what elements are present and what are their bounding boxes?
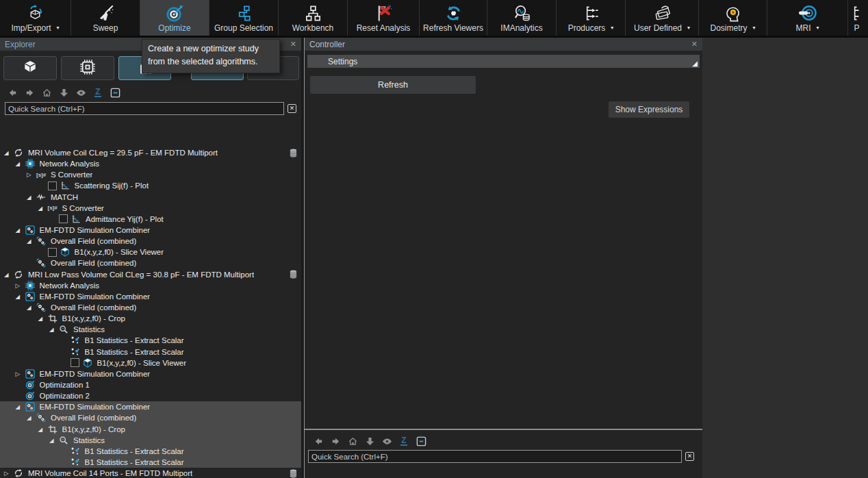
toolbar-item-p[interactable]: P bbox=[848, 0, 868, 36]
expander-icon[interactable]: ▷ bbox=[16, 282, 25, 289]
tree-item[interactable]: ◢Statistics bbox=[0, 435, 301, 446]
expander-icon[interactable]: ▷ bbox=[16, 370, 25, 377]
tree-item[interactable]: Optimization 1 bbox=[0, 379, 301, 390]
expander-icon[interactable]: ◢ bbox=[16, 293, 25, 300]
nav-sort-z-icon[interactable]: Z bbox=[398, 436, 409, 446]
tree-item[interactable]: Optimization 2 bbox=[0, 390, 301, 401]
expander-icon[interactable]: ◢ bbox=[16, 227, 25, 234]
toolbar-item-group-selection[interactable]: Group Selection bbox=[209, 0, 279, 36]
tree-item[interactable]: ◢Overall Field (combined) bbox=[0, 302, 301, 313]
tree-item[interactable]: B1 Statistics - Extract Scalar bbox=[0, 347, 301, 357]
toolbar-item-mri[interactable]: MRI▾ bbox=[767, 0, 848, 36]
tree-item[interactable]: ◢Overall Field (combined) bbox=[0, 412, 301, 423]
explorer-search-input[interactable] bbox=[5, 102, 284, 115]
nav-back-icon[interactable] bbox=[313, 436, 324, 446]
expander-icon[interactable]: ◢ bbox=[16, 403, 25, 410]
tree-item[interactable]: Admittance Yij(f) - Plot bbox=[0, 214, 301, 225]
user-defined-stack-icon bbox=[653, 3, 672, 24]
tree-item[interactable]: ◢B1(x,y,z,f0) - Crop bbox=[0, 313, 301, 324]
toolbar-item-imanalytics[interactable]: IMAnalytics bbox=[487, 0, 557, 36]
tree-item[interactable]: ▷[s]#S Converter bbox=[0, 169, 301, 180]
expander-icon[interactable]: ◢ bbox=[4, 149, 14, 156]
expander-icon[interactable]: ◢ bbox=[49, 437, 59, 444]
toolbar-item-sweep[interactable]: Sweep bbox=[71, 0, 140, 36]
tree-item[interactable]: B1 Statistics - Extract Scalar bbox=[0, 335, 301, 346]
nav-collapse-icon[interactable] bbox=[416, 436, 426, 446]
toolbar-item-refresh-viewers[interactable]: Refresh Viewers bbox=[420, 0, 487, 36]
expander-icon[interactable]: ◢ bbox=[49, 326, 59, 333]
nav-collapse-icon[interactable] bbox=[110, 87, 120, 98]
tree-item-label: B1 Statistics - Extract Scalar bbox=[85, 458, 184, 466]
scalar-icon bbox=[71, 347, 82, 357]
expander-icon[interactable]: ◢ bbox=[16, 160, 25, 167]
tree-item[interactable]: ◢[s]#S Converter bbox=[0, 203, 301, 214]
nav-down-icon[interactable] bbox=[364, 436, 375, 446]
nav-down-icon[interactable] bbox=[58, 87, 69, 98]
nav-eye-icon[interactable] bbox=[381, 436, 392, 446]
tree-item[interactable]: ▷EM-FDTD Simulation Combiner bbox=[0, 368, 301, 379]
toolbar-item-label: Reset Analysis bbox=[357, 24, 411, 32]
tree-item[interactable]: ◢MRI Volume Coil CLeg = 29.5 pF - EM FDT… bbox=[0, 147, 301, 158]
tree-item[interactable]: ▷MRI Volume Coil 14 Ports - EM FDTD Mult… bbox=[0, 468, 301, 478]
tree-item[interactable]: B1 Statistics - Extract Scalar bbox=[0, 457, 301, 468]
visibility-checkbox[interactable] bbox=[48, 181, 57, 190]
tree-item[interactable]: ◢MRI Low Pass Volume Coil CLeg = 30.8 pF… bbox=[0, 269, 301, 280]
expander-icon[interactable]: ▷ bbox=[4, 470, 14, 477]
dropdown-caret-icon: ▾ bbox=[57, 24, 60, 32]
toolbar-item-dosimetry[interactable]: Dosimetry▾ bbox=[699, 0, 767, 36]
nav-eye-icon[interactable] bbox=[75, 87, 86, 98]
toolbar-item-optimize[interactable]: Optimize bbox=[140, 0, 209, 36]
nav-sort-z-icon[interactable]: Z bbox=[92, 87, 103, 98]
explorer-search-clear-icon[interactable]: ✕ bbox=[288, 104, 296, 113]
expander-icon[interactable]: ◢ bbox=[38, 205, 48, 212]
refresh-button[interactable]: Refresh bbox=[310, 76, 476, 94]
tree-item[interactable]: ◢Statistics bbox=[0, 324, 301, 335]
toolbar-item-reset-analysis[interactable]: Reset Analysis bbox=[348, 0, 420, 36]
tree-item[interactable]: ▷Network Analysis bbox=[0, 280, 301, 291]
tree-item[interactable]: ◢Overall Field (combined) bbox=[0, 236, 301, 247]
tree-item[interactable]: ◢EM-FDTD Simulation Combiner bbox=[0, 291, 301, 302]
tree-item-label: B1 Statistics - Extract Scalar bbox=[85, 348, 184, 356]
tree-item[interactable]: Scattering Sij(f) - Plot bbox=[0, 180, 301, 191]
show-expressions-button[interactable]: Show Expressions bbox=[609, 101, 689, 118]
visibility-checkbox[interactable] bbox=[71, 358, 79, 367]
nav-forward-icon[interactable] bbox=[24, 87, 35, 98]
toolbar-item-label: Sweep bbox=[93, 24, 118, 32]
combiner-icon bbox=[25, 402, 37, 412]
explorer-view-button-simulation[interactable] bbox=[61, 56, 114, 80]
tree-item[interactable]: ◢B1(x,y,z,f0) - Crop bbox=[0, 424, 301, 435]
settings-section-header[interactable]: Settings ◢ bbox=[307, 55, 700, 68]
toolbar-item-producers[interactable]: Producers▾ bbox=[557, 0, 626, 36]
tree-item[interactable]: B1(x,y,z,f0) - Slice Viewer bbox=[0, 247, 301, 257]
tree-item[interactable]: B1 Statistics - Extract Scalar bbox=[0, 446, 301, 457]
expander-icon[interactable]: ◢ bbox=[38, 315, 48, 322]
expander-icon[interactable]: ◢ bbox=[27, 304, 36, 311]
tree-item[interactable]: ◢EM-FDTD Simulation Combiner bbox=[0, 401, 301, 412]
toolbar-item-user-defined[interactable]: User Defined▾ bbox=[626, 0, 699, 36]
toolbar-item-imp-export[interactable]: Imp/Export▾ bbox=[0, 0, 71, 36]
tree-item[interactable]: ◢Network Analysis bbox=[0, 158, 301, 169]
nav-forward-icon[interactable] bbox=[330, 436, 341, 446]
controller-search-clear-icon[interactable]: ✕ bbox=[685, 452, 694, 461]
controller-close-icon[interactable]: ✕ bbox=[691, 40, 698, 48]
visibility-checkbox[interactable] bbox=[48, 248, 57, 257]
expander-icon[interactable]: ◢ bbox=[27, 194, 36, 201]
expander-icon[interactable]: ▷ bbox=[27, 171, 36, 178]
tree-item[interactable]: ◢MATCH bbox=[0, 192, 301, 203]
tree-item[interactable]: Overall Field (combined) bbox=[0, 257, 301, 268]
explorer-close-icon[interactable]: ✕ bbox=[290, 40, 296, 48]
expander-icon[interactable]: ◢ bbox=[4, 271, 14, 278]
nav-home-icon[interactable] bbox=[41, 87, 52, 98]
controller-search-input[interactable] bbox=[308, 450, 682, 463]
toolbar-item-workbench[interactable]: Workbench bbox=[279, 0, 348, 36]
tree-item[interactable]: ◢EM-FDTD Simulation Combiner bbox=[0, 225, 301, 236]
visibility-checkbox[interactable] bbox=[59, 214, 68, 223]
expander-icon[interactable]: ◢ bbox=[38, 426, 48, 433]
expander-icon[interactable]: ◢ bbox=[27, 414, 36, 421]
nav-back-icon[interactable] bbox=[7, 87, 18, 98]
scalar-icon bbox=[71, 336, 82, 345]
expander-icon[interactable]: ◢ bbox=[27, 238, 36, 244]
explorer-view-button-model[interactable] bbox=[3, 56, 57, 80]
tree-item[interactable]: B1(x,y,z,f0) - Slice Viewer bbox=[0, 357, 301, 368]
nav-home-icon[interactable] bbox=[347, 436, 358, 446]
